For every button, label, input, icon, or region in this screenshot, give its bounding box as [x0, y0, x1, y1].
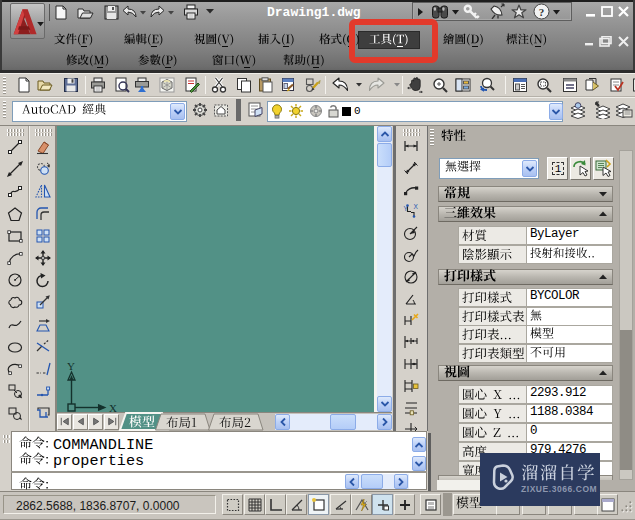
svg-text:Y: Y — [67, 360, 75, 372]
svg-text:X: X — [414, 203, 419, 210]
svg-text:?: ? — [539, 6, 545, 18]
